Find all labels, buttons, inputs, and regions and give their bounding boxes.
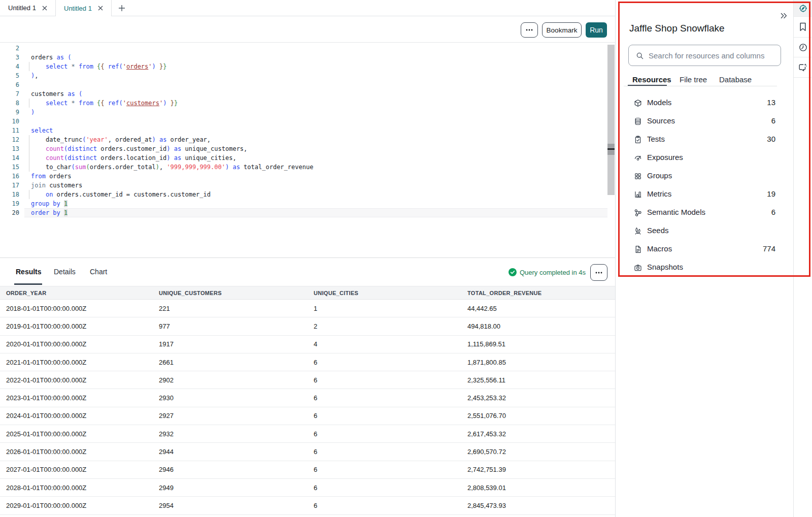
code-line-16[interactable]: 16from orders bbox=[0, 172, 615, 181]
code-line-5[interactable]: 5), bbox=[0, 71, 615, 80]
code-text: ) bbox=[31, 108, 35, 117]
line-number: 4 bbox=[0, 62, 19, 71]
code-text: order by 1 bbox=[31, 208, 67, 217]
tab-untitled-1[interactable]: Untitled 1 bbox=[0, 0, 56, 16]
table-row[interactable]: 2018-01-01T00:00:00.000Z221144,442.65 bbox=[0, 300, 615, 317]
bookmark-button[interactable]: Bookmark bbox=[542, 22, 582, 38]
code-line-14[interactable]: 14 count(distinct orders.location_id) as… bbox=[0, 153, 615, 163]
collapse-sidebar-icon[interactable] bbox=[780, 12, 788, 20]
table-row[interactable]: 2026-01-01T00:00:00.000Z294462,690,570.7… bbox=[0, 443, 615, 461]
table-cell: 6 bbox=[308, 497, 461, 514]
table-row[interactable]: 2019-01-01T00:00:00.000Z9772494,818.00 bbox=[0, 317, 615, 335]
table-row[interactable]: 2022-01-01T00:00:00.000Z290262,325,556.1… bbox=[0, 371, 615, 389]
line-number: 12 bbox=[0, 135, 19, 144]
indent-guide bbox=[29, 99, 29, 108]
rail-button-history[interactable] bbox=[794, 38, 812, 57]
resource-label: Models bbox=[647, 98, 671, 107]
close-icon[interactable] bbox=[42, 6, 47, 11]
table-row[interactable]: 2020-01-01T00:00:00.000Z191741,115,869.5… bbox=[0, 336, 615, 353]
table-cell: 2022-01-01T00:00:00.000Z bbox=[0, 371, 153, 389]
search-input[interactable] bbox=[649, 46, 778, 65]
tab-database[interactable]: Database bbox=[719, 75, 752, 84]
table-row[interactable]: 2029-01-01T00:00:00.000Z295462,845,473.9… bbox=[0, 497, 615, 514]
table-row[interactable]: 2023-01-01T00:00:00.000Z293062,453,253.3… bbox=[0, 389, 615, 407]
resource-item-seeds[interactable]: Seeds bbox=[616, 222, 794, 240]
new-tab-button[interactable] bbox=[114, 0, 130, 16]
resource-item-models[interactable]: Models13 bbox=[616, 94, 794, 112]
resource-item-exposures[interactable]: Exposures bbox=[616, 149, 794, 167]
table-cell: 2019-01-01T00:00:00.000Z bbox=[0, 317, 153, 335]
code-line-15[interactable]: 15 to_char(sum(orders.order_total), '999… bbox=[0, 163, 615, 172]
tab-results[interactable]: Results bbox=[16, 268, 42, 276]
table-cell: 44,442.65 bbox=[461, 300, 615, 317]
editor-more-button[interactable] bbox=[521, 22, 538, 38]
column-header: UNIQUE_CUSTOMERS bbox=[153, 286, 308, 299]
table-cell: 2,617,453.32 bbox=[461, 425, 615, 442]
check-circle-icon bbox=[509, 268, 517, 276]
code-line-17[interactable]: 17join customers bbox=[0, 181, 615, 190]
code-line-20[interactable]: 20order by 1 bbox=[0, 208, 615, 217]
code-line-7[interactable]: 7customers as ( bbox=[0, 89, 615, 99]
close-icon[interactable] bbox=[98, 6, 103, 11]
line-number: 9 bbox=[0, 108, 19, 117]
macros-icon bbox=[634, 245, 642, 253]
code-line-13[interactable]: 13 count(distinct orders.customer_id) as… bbox=[0, 144, 615, 153]
code-text: on orders.customer_id = customers.custom… bbox=[31, 190, 211, 199]
code-text: to_char(sum(orders.order_total), '999,99… bbox=[31, 163, 313, 172]
code-text: customers as ( bbox=[31, 89, 82, 99]
table-cell: 2 bbox=[308, 317, 461, 335]
resource-item-semantic-models[interactable]: Semantic Models6 bbox=[616, 204, 794, 222]
code-line-19[interactable]: 19group by 1 bbox=[0, 199, 615, 208]
code-line-6[interactable]: 6 bbox=[0, 80, 615, 89]
code-line-8[interactable]: 8 select * from {{ ref('customers') }} bbox=[0, 99, 615, 108]
line-number: 13 bbox=[0, 144, 19, 153]
table-cell: 6 bbox=[308, 425, 461, 442]
column-header: UNIQUE_CITIES bbox=[308, 286, 461, 299]
code-editor[interactable]: 23orders as (4 select * from {{ ref('ord… bbox=[0, 43, 615, 257]
resource-item-snapshots[interactable]: Snapshots bbox=[616, 258, 794, 277]
rail-button-bookmark[interactable] bbox=[794, 17, 812, 38]
table-row[interactable]: 2027-01-01T00:00:00.000Z294662,742,751.3… bbox=[0, 461, 615, 479]
rail-button-chat-plus[interactable] bbox=[794, 57, 812, 78]
resource-item-tests[interactable]: Tests30 bbox=[616, 131, 794, 149]
snapshots-icon bbox=[634, 264, 642, 272]
table-row[interactable]: 2024-01-01T00:00:00.000Z292762,551,076.7… bbox=[0, 407, 615, 425]
table-cell: 221 bbox=[153, 300, 308, 317]
tab-file-tree[interactable]: File tree bbox=[680, 75, 707, 84]
run-button[interactable]: Run bbox=[586, 22, 607, 38]
resource-item-groups[interactable]: Groups bbox=[616, 167, 794, 185]
table-cell: 1,115,869.51 bbox=[461, 336, 615, 353]
tab-untitled-2[interactable]: Untitled 1 bbox=[56, 0, 112, 16]
code-line-11[interactable]: 11select bbox=[0, 126, 615, 135]
table-cell: 2661 bbox=[153, 353, 308, 371]
code-text: select bbox=[31, 126, 53, 135]
tab-resources[interactable]: Resources bbox=[632, 75, 671, 84]
rail-button-compass[interactable] bbox=[794, 0, 812, 17]
table-cell: 2021-01-01T00:00:00.000Z bbox=[0, 353, 153, 371]
code-line-12[interactable]: 12 date_trunc('year', ordered_at) as ord… bbox=[0, 135, 615, 144]
resource-item-sources[interactable]: Sources6 bbox=[616, 112, 794, 131]
line-number: 15 bbox=[0, 163, 19, 172]
code-line-18[interactable]: 18 on orders.customer_id = customers.cus… bbox=[0, 190, 615, 199]
table-cell: 1 bbox=[308, 300, 461, 317]
code-text: date_trunc('year', ordered_at) as order_… bbox=[31, 135, 211, 144]
tab-details[interactable]: Details bbox=[54, 268, 76, 276]
table-cell: 1,871,800.85 bbox=[461, 353, 615, 371]
resource-item-macros[interactable]: Macros774 bbox=[616, 240, 794, 258]
code-line-2[interactable]: 2 bbox=[0, 44, 615, 53]
results-more-button[interactable] bbox=[590, 264, 607, 281]
editor-scrollbar[interactable] bbox=[607, 45, 615, 195]
table-row[interactable]: 2025-01-01T00:00:00.000Z293262,617,453.3… bbox=[0, 425, 615, 443]
code-line-10[interactable]: 10 bbox=[0, 117, 615, 126]
line-number: 2 bbox=[0, 44, 19, 53]
table-row[interactable]: 2021-01-01T00:00:00.000Z266161,871,800.8… bbox=[0, 353, 615, 371]
editor-toolbar: Bookmark Run bbox=[0, 16, 615, 43]
table-cell: 2,690,570.72 bbox=[461, 443, 615, 460]
table-row[interactable]: 2028-01-01T00:00:00.000Z294962,808,539.0… bbox=[0, 479, 615, 497]
resource-item-metrics[interactable]: Metrics19 bbox=[616, 185, 794, 204]
code-line-9[interactable]: 9) bbox=[0, 108, 615, 117]
tab-chart[interactable]: Chart bbox=[90, 268, 107, 276]
results-table-header: ORDER_YEARUNIQUE_CUSTOMERSUNIQUE_CITIEST… bbox=[0, 286, 615, 300]
code-line-4[interactable]: 4 select * from {{ ref('orders') }} bbox=[0, 62, 615, 71]
code-line-3[interactable]: 3orders as ( bbox=[0, 53, 615, 62]
